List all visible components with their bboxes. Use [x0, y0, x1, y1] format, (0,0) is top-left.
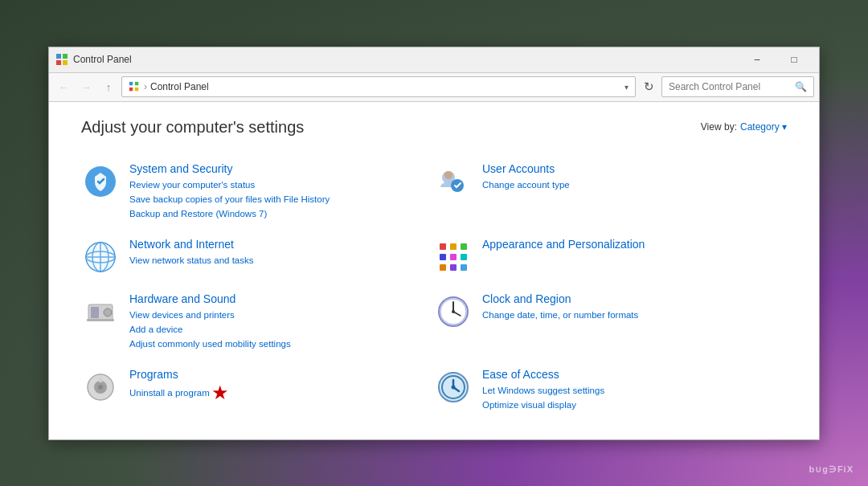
programs-icon — [81, 368, 120, 406]
titlebar: Control Panel – □ — [49, 47, 819, 73]
up-button[interactable]: ↑ — [99, 77, 118, 96]
view-by-control: View by: Category ▾ — [701, 121, 787, 133]
window-title: Control Panel — [73, 54, 739, 65]
svg-rect-28 — [91, 307, 99, 318]
address-field[interactable]: › Control Panel ▾ — [121, 76, 636, 97]
system-security-content: System and Security Review your computer… — [129, 162, 426, 222]
programs-title[interactable]: Programs — [129, 368, 426, 381]
svg-rect-23 — [461, 254, 467, 260]
svg-rect-1 — [63, 54, 68, 59]
control-panel-window: Control Panel – □ ← → ↑ › Control Panel … — [48, 47, 820, 440]
svg-rect-6 — [129, 88, 133, 91]
ease-access-title[interactable]: Ease of Access — [482, 368, 779, 381]
svg-rect-20 — [461, 243, 467, 250]
svg-point-29 — [104, 308, 112, 317]
appearance-icon — [434, 238, 473, 276]
appearance-content: Appearance and Personalization — [482, 238, 779, 253]
category-user-accounts: User Accounts Change account type — [434, 156, 787, 231]
breadcrumb: Control Panel — [150, 81, 209, 92]
hardware-title[interactable]: Hardware and Sound — [129, 292, 426, 305]
svg-rect-30 — [87, 319, 114, 321]
page-header: Adjust your computer's settings View by:… — [81, 118, 787, 137]
system-security-link-1[interactable]: Review your computer's status — [129, 178, 426, 192]
watermark: b∪g∋FiX — [809, 464, 854, 475]
clock-link-1[interactable]: Change date, time, or number formats — [482, 308, 779, 322]
programs-content: Programs Uninstall a program ★ — [129, 368, 426, 402]
network-content: Network and Internet View network status… — [129, 238, 426, 268]
ease-access-content: Ease of Access Let Windows suggest setti… — [482, 368, 779, 413]
hardware-content: Hardware and Sound View devices and prin… — [129, 292, 426, 352]
clock-content: Clock and Region Change date, time, or n… — [482, 292, 779, 322]
minimize-button[interactable]: – — [739, 47, 776, 72]
search-input[interactable] — [669, 81, 795, 92]
network-link-1[interactable]: View network status and tasks — [129, 253, 426, 268]
window-controls: – □ — [739, 47, 813, 72]
address-separator: › — [144, 81, 147, 92]
category-appearance: Appearance and Personalization — [434, 231, 787, 286]
network-icon — [81, 238, 120, 276]
view-by-label: View by: — [701, 121, 737, 133]
svg-rect-4 — [129, 82, 133, 85]
user-accounts-icon — [434, 162, 473, 201]
ease-access-icon — [434, 368, 473, 406]
svg-rect-3 — [63, 60, 68, 65]
network-title[interactable]: Network and Internet — [129, 238, 426, 251]
system-security-icon — [81, 162, 120, 201]
back-button[interactable]: ← — [54, 77, 73, 96]
category-clock: Clock and Region Change date, time, or n… — [434, 286, 787, 361]
category-programs: Programs Uninstall a program ★ — [81, 361, 434, 423]
hardware-link-2[interactable]: Add a device — [129, 322, 426, 337]
svg-point-38 — [98, 385, 103, 390]
forward-button[interactable]: → — [76, 77, 96, 96]
category-ease-access: Ease of Access Let Windows suggest setti… — [434, 361, 787, 423]
system-security-link-3[interactable]: Backup and Restore (Windows 7) — [129, 206, 426, 221]
ease-access-link-1[interactable]: Let Windows suggest settings — [482, 383, 779, 398]
user-accounts-content: User Accounts Change account type — [482, 162, 779, 192]
page-title: Adjust your computer's settings — [81, 118, 304, 137]
hardware-icon — [81, 292, 120, 331]
search-box[interactable]: 🔍 — [661, 76, 814, 97]
svg-rect-21 — [440, 254, 446, 260]
search-icon: 🔍 — [795, 81, 807, 92]
address-dropdown-icon[interactable]: ▾ — [624, 83, 628, 92]
svg-point-10 — [444, 171, 452, 179]
svg-rect-22 — [450, 254, 457, 260]
refresh-button[interactable]: ↻ — [639, 77, 658, 96]
addressbar: ← → ↑ › Control Panel ▾ ↻ 🔍 — [49, 73, 819, 102]
svg-rect-0 — [56, 54, 61, 59]
system-security-title[interactable]: System and Security — [129, 162, 426, 175]
svg-rect-2 — [56, 60, 61, 65]
svg-rect-24 — [440, 264, 446, 271]
system-security-link-2[interactable]: Save backup copies of your files with Fi… — [129, 192, 426, 206]
hardware-link-1[interactable]: View devices and printers — [129, 308, 426, 322]
categories-grid: System and Security Review your computer… — [81, 156, 787, 423]
svg-rect-5 — [135, 82, 138, 85]
svg-point-17 — [86, 243, 115, 272]
window-icon — [55, 53, 68, 66]
clock-icon — [434, 292, 473, 331]
svg-rect-19 — [450, 243, 457, 250]
star-annotation: ★ — [211, 383, 229, 402]
content-area: Adjust your computer's settings View by:… — [49, 102, 819, 439]
hardware-link-3[interactable]: Adjust commonly used mobility settings — [129, 337, 426, 351]
programs-link-1[interactable]: Uninstall a program — [129, 386, 210, 400]
svg-point-35 — [452, 310, 455, 313]
svg-rect-26 — [461, 264, 467, 271]
category-hardware: Hardware and Sound View devices and prin… — [81, 286, 434, 361]
svg-rect-7 — [135, 88, 138, 91]
category-system-security: System and Security Review your computer… — [81, 156, 434, 231]
appearance-title[interactable]: Appearance and Personalization — [482, 238, 779, 251]
view-by-value[interactable]: Category ▾ — [740, 121, 787, 133]
svg-rect-25 — [450, 264, 457, 271]
svg-rect-39 — [99, 377, 102, 382]
svg-point-42 — [452, 385, 456, 389]
clock-title[interactable]: Clock and Region — [482, 292, 779, 305]
ease-access-link-2[interactable]: Optimize visual display — [482, 398, 779, 412]
user-accounts-title[interactable]: User Accounts — [482, 162, 779, 175]
maximize-button[interactable]: □ — [776, 47, 813, 72]
category-network: Network and Internet View network status… — [81, 231, 434, 286]
user-accounts-link-1[interactable]: Change account type — [482, 178, 779, 192]
svg-rect-18 — [440, 243, 446, 250]
